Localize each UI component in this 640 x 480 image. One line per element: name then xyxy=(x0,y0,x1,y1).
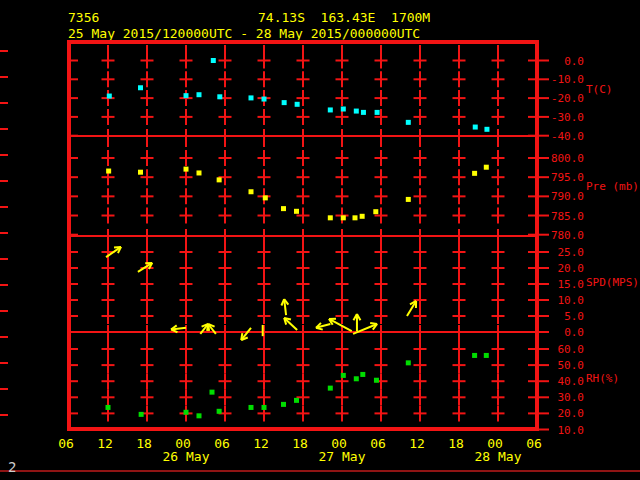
x-hour-label: 06 xyxy=(214,436,230,451)
temperature-point xyxy=(484,127,489,132)
temperature-point xyxy=(217,94,222,99)
temperature-point xyxy=(211,58,216,63)
x-hour-label: 12 xyxy=(97,436,113,451)
pressure-point xyxy=(373,209,378,214)
x-date-label: 26 May xyxy=(163,449,210,464)
x-hour-label: 18 xyxy=(448,436,464,451)
pressure-point xyxy=(484,165,489,170)
y-tick-label: 790.0 xyxy=(551,190,584,203)
relative_humidity-point xyxy=(354,376,359,381)
relative_humidity-point xyxy=(484,353,489,358)
relative_humidity-point xyxy=(262,405,267,410)
y-tick-label: 5.0 xyxy=(564,310,584,323)
x-hour-label: 12 xyxy=(253,436,269,451)
x-hour-label: 18 xyxy=(292,436,308,451)
temperature-point xyxy=(361,110,366,115)
x-hour-label: 18 xyxy=(136,436,152,451)
y-tick-label: 780.0 xyxy=(551,229,584,242)
meteogram-plot: 0.0-10.0-20.0-30.0-40.0T(C)800.0795.0790… xyxy=(0,0,640,480)
y-tick-label: 50.0 xyxy=(558,359,585,372)
y-tick-label: 30.0 xyxy=(558,391,585,404)
relative_humidity-point xyxy=(281,402,286,407)
y-tick-label: 25.0 xyxy=(558,246,585,259)
y-tick-label: -40.0 xyxy=(551,130,584,143)
temperature-point xyxy=(249,95,254,100)
panel-label-temperature: T(C) xyxy=(586,83,613,96)
pressure-point xyxy=(353,215,358,220)
y-tick-label: 800.0 xyxy=(551,152,584,165)
pressure-point xyxy=(281,206,286,211)
pressure-point xyxy=(360,214,365,219)
temperature-point xyxy=(295,102,300,107)
x-hour-label: 06 xyxy=(526,436,542,451)
relative_humidity-point xyxy=(184,410,189,415)
y-tick-label: 20.0 xyxy=(558,262,585,275)
temperature-point xyxy=(354,109,359,114)
relative_humidity-point xyxy=(197,413,202,418)
y-tick-label: -20.0 xyxy=(551,92,584,105)
x-hour-label: 06 xyxy=(370,436,386,451)
x-hour-label: 06 xyxy=(58,436,74,451)
temperature-point xyxy=(197,92,202,97)
relative_humidity-point xyxy=(217,409,222,414)
pressure-point xyxy=(328,215,333,220)
relative_humidity-point xyxy=(360,372,365,377)
pressure-point xyxy=(106,169,111,174)
temperature-point xyxy=(473,125,478,130)
relative_humidity-point xyxy=(210,390,215,395)
temperature-point xyxy=(375,110,380,115)
page-number: 2 xyxy=(8,459,16,475)
pressure-point xyxy=(294,209,299,214)
x-date-label: 27 May xyxy=(319,449,366,464)
temperature-point xyxy=(406,120,411,125)
y-tick-label: 10.0 xyxy=(558,424,585,437)
x-date-label: 28 May xyxy=(475,449,522,464)
wind-arrow xyxy=(208,324,209,331)
temperature-point xyxy=(262,97,267,102)
temperature-point xyxy=(107,94,112,99)
temperature-point xyxy=(138,85,143,90)
relative_humidity-point xyxy=(374,378,379,383)
pressure-point xyxy=(138,170,143,175)
wind-arrow xyxy=(370,323,377,324)
temperature-point xyxy=(184,93,189,98)
temperature-point xyxy=(328,107,333,112)
relative_humidity-point xyxy=(294,398,299,403)
pressure-point xyxy=(406,197,411,202)
pressure-point xyxy=(184,167,189,172)
y-tick-label: 15.0 xyxy=(558,278,585,291)
y-tick-label: 795.0 xyxy=(551,171,584,184)
wind-arrow xyxy=(114,247,121,248)
window-bottom-border xyxy=(0,470,640,472)
pressure-point xyxy=(249,189,254,194)
relative_humidity-point xyxy=(328,386,333,391)
y-tick-label: 785.0 xyxy=(551,210,584,223)
x-hour-label: 12 xyxy=(409,436,425,451)
panel-label-wind_speed: SPD(MPS) xyxy=(586,276,639,289)
wind-arrow xyxy=(316,328,323,330)
pressure-point xyxy=(197,170,202,175)
y-tick-label: 60.0 xyxy=(558,343,585,356)
y-tick-label: 0.0 xyxy=(564,55,584,68)
y-tick-label: 0.0 xyxy=(564,326,584,339)
y-tick-label: 40.0 xyxy=(558,375,585,388)
pressure-point xyxy=(341,215,346,220)
panel-label-relative_humidity: RH(%) xyxy=(586,372,619,385)
relative_humidity-point xyxy=(341,373,346,378)
pressure-point xyxy=(217,177,222,182)
meteogram-screen: 7356 74.13S 163.43E 1700M 25 May 2015/12… xyxy=(0,0,640,480)
relative_humidity-point xyxy=(472,353,477,358)
y-tick-label: -10.0 xyxy=(551,73,584,86)
panel-label-pressure: Pre (mb) xyxy=(586,180,639,193)
pressure-point xyxy=(472,171,477,176)
relative_humidity-point xyxy=(406,360,411,365)
relative_humidity-point xyxy=(106,405,111,410)
y-tick-label: 20.0 xyxy=(558,407,585,420)
temperature-point xyxy=(282,100,287,105)
pressure-point xyxy=(263,195,268,200)
y-tick-label: -30.0 xyxy=(551,111,584,124)
wind-arrow xyxy=(281,299,284,305)
y-tick-label: 10.0 xyxy=(558,294,585,307)
temperature-point xyxy=(341,107,346,112)
relative_humidity-point xyxy=(249,405,254,410)
